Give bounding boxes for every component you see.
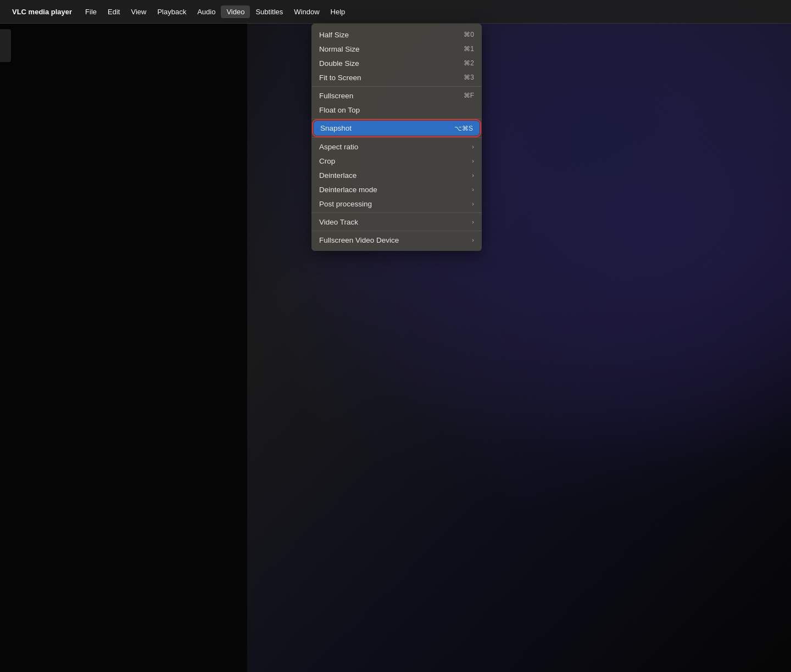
aspect-ratio-chevron: › [472, 143, 474, 150]
menu-item-fullscreen-video-device[interactable]: Fullscreen Video Device › [311, 233, 482, 247]
video-track-chevron: › [472, 219, 474, 225]
fullscreen-video-device-chevron: › [472, 237, 474, 243]
normal-size-label: Normal Size [319, 45, 464, 53]
menu-item-window[interactable]: Window [288, 5, 325, 18]
crop-label: Crop [319, 157, 470, 165]
menubar-items: VLC media player File Edit View Playback… [7, 5, 350, 18]
fit-to-screen-label: Fit to Screen [319, 74, 464, 82]
half-size-label: Half Size [319, 31, 464, 39]
menu-item-view[interactable]: View [125, 5, 152, 18]
menu-item-file[interactable]: File [80, 5, 102, 18]
menu-item-snapshot[interactable]: Snapshot ⌥⌘S [314, 121, 480, 136]
menu-item-fit-to-screen[interactable]: Fit to Screen ⌘3 [311, 70, 482, 85]
video-dropdown-menu: Half Size ⌘0 Normal Size ⌘1 Double Size … [311, 24, 482, 251]
menu-item-float-on-top[interactable]: Float on Top [311, 103, 482, 117]
menu-item-post-processing[interactable]: Post processing › [311, 197, 482, 211]
menu-item-half-size[interactable]: Half Size ⌘0 [311, 27, 482, 42]
double-size-label: Double Size [319, 59, 464, 68]
menu-item-fullscreen[interactable]: Fullscreen ⌘F [311, 88, 482, 103]
fullscreen-label: Fullscreen [319, 92, 464, 100]
menu-item-aspect-ratio[interactable]: Aspect ratio › [311, 139, 482, 154]
menu-item-video[interactable]: Video [221, 5, 250, 18]
post-processing-chevron: › [472, 200, 474, 207]
menu-item-subtitles[interactable]: Subtitles [250, 5, 288, 18]
fit-to-screen-shortcut: ⌘3 [464, 74, 474, 81]
deinterlace-mode-chevron: › [472, 186, 474, 193]
half-size-shortcut: ⌘0 [464, 31, 474, 38]
left-panel [0, 24, 247, 672]
menu-item-playback[interactable]: Playback [152, 5, 192, 18]
menu-item-app[interactable]: VLC media player [7, 5, 77, 18]
menu-section-fullscreen-device: Fullscreen Video Device › [311, 231, 482, 249]
menu-item-help[interactable]: Help [325, 5, 351, 18]
float-on-top-label: Float on Top [319, 106, 474, 114]
crop-chevron: › [472, 158, 474, 164]
menu-item-edit[interactable]: Edit [102, 5, 125, 18]
deinterlace-chevron: › [472, 172, 474, 178]
fullscreen-video-device-label: Fullscreen Video Device [319, 236, 470, 244]
double-size-shortcut: ⌘2 [464, 59, 474, 67]
snapshot-shortcut: ⌥⌘S [454, 125, 473, 132]
fullscreen-shortcut: ⌘F [464, 92, 474, 99]
menu-section-display: Fullscreen ⌘F Float on Top [311, 87, 482, 119]
menu-item-normal-size[interactable]: Normal Size ⌘1 [311, 42, 482, 56]
snapshot-label: Snapshot [320, 124, 454, 132]
menubar: VLC media player File Edit View Playback… [0, 0, 791, 24]
menu-section-size: Half Size ⌘0 Normal Size ⌘1 Double Size … [311, 26, 482, 87]
deinterlace-mode-label: Deinterlace mode [319, 186, 470, 194]
sidebar-handle [0, 29, 11, 62]
menu-item-deinterlace[interactable]: Deinterlace › [311, 168, 482, 182]
aspect-ratio-label: Aspect ratio [319, 143, 470, 151]
menu-item-crop[interactable]: Crop › [311, 154, 482, 168]
menu-item-deinterlace-mode[interactable]: Deinterlace mode › [311, 182, 482, 197]
menu-item-audio[interactable]: Audio [192, 5, 221, 18]
post-processing-label: Post processing [319, 200, 470, 208]
menu-item-video-track[interactable]: Video Track › [311, 215, 482, 229]
menu-item-double-size[interactable]: Double Size ⌘2 [311, 56, 482, 70]
menu-section-snapshot: Snapshot ⌥⌘S [311, 119, 482, 138]
normal-size-shortcut: ⌘1 [464, 45, 474, 53]
menu-section-video-track: Video Track › [311, 213, 482, 231]
deinterlace-label: Deinterlace [319, 171, 470, 180]
menu-section-video-options: Aspect ratio › Crop › Deinterlace › Dein… [311, 138, 482, 213]
video-track-label: Video Track [319, 218, 470, 226]
